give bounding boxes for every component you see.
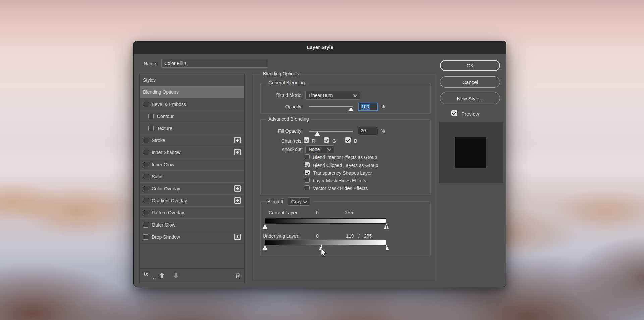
fx-menu-caret-icon: [152, 278, 155, 279]
underlying-layer-label: Underlying Layer:: [263, 233, 300, 239]
opacity-value-field[interactable]: 100: [358, 103, 378, 111]
channel-r-label: R: [312, 138, 315, 144]
add-stroke-instance-button[interactable]: [234, 137, 241, 143]
underlying-layer-separator: /: [358, 233, 360, 239]
channel-g-checkbox[interactable]: [324, 137, 329, 143]
chevron-down-icon: [303, 199, 308, 203]
channel-b-label: B: [354, 138, 357, 144]
move-effect-down-icon[interactable]: [173, 273, 179, 278]
checkbox-icon[interactable]: [143, 174, 148, 179]
checkbox-icon[interactable]: [143, 138, 148, 143]
current-layer-label: Current Layer:: [269, 210, 299, 215]
opacity-label: Opacity:: [261, 104, 303, 109]
fill-opacity-unit: %: [381, 128, 385, 134]
opacity-slider-track[interactable]: [309, 106, 353, 107]
sidebar-item-inner-glow[interactable]: Inner Glow: [140, 158, 244, 171]
chevron-down-icon: [353, 93, 357, 97]
blend-mode-value: Linear Burn: [309, 93, 333, 98]
blend-interior-effects-checkbox[interactable]: [305, 154, 310, 159]
checkbox-icon[interactable]: [143, 210, 148, 215]
checkbox-icon[interactable]: [148, 114, 154, 119]
opacity-slider-thumb[interactable]: [348, 107, 354, 111]
checkbox-icon[interactable]: [143, 234, 148, 240]
add-color-overlay-instance-button[interactable]: [234, 185, 241, 192]
sidebar-item-pattern-overlay[interactable]: Pattern Overlay: [140, 207, 244, 219]
opacity-unit: %: [381, 104, 385, 109]
dialog-titlebar[interactable]: Layer Style: [134, 41, 506, 54]
vector-mask-hides-checkbox[interactable]: [305, 185, 310, 190]
preview-swatch: [455, 137, 486, 168]
add-inner-shadow-instance-button[interactable]: [234, 149, 241, 155]
move-effect-up-icon[interactable]: [159, 273, 165, 278]
blend-if-channel-dropdown[interactable]: Gray: [288, 197, 310, 206]
fill-opacity-slider-thumb[interactable]: [315, 131, 320, 136]
plus-icon: [235, 186, 240, 191]
panel-title: Blending Options: [261, 71, 301, 76]
sidebar-item-color-overlay[interactable]: Color Overlay: [140, 183, 244, 195]
channel-g-label: G: [332, 138, 336, 144]
checkbox-icon[interactable]: [143, 150, 148, 155]
fill-opacity-value-field[interactable]: 20: [358, 127, 378, 135]
blend-if-channel-value: Gray: [291, 199, 301, 204]
style-preview-thumbnail: [439, 122, 503, 183]
sidebar-item-blending-options[interactable]: Blending Options: [140, 86, 244, 98]
fill-opacity-slider-track[interactable]: [309, 131, 353, 132]
preview-label: Preview: [461, 111, 479, 117]
sidebar-item-gradient-overlay[interactable]: Gradient Overlay: [140, 195, 244, 207]
underlying-layer-white-slider-right-half[interactable]: [386, 245, 389, 250]
plus-icon: [235, 198, 240, 203]
sidebar-item-styles[interactable]: Styles: [140, 74, 244, 86]
underlying-layer-gradient-bar[interactable]: [265, 240, 386, 245]
name-label: Name:: [144, 61, 157, 66]
channels-label: Channels:: [261, 138, 303, 144]
knockout-label: Knockout:: [261, 147, 303, 152]
plus-icon: [235, 138, 240, 143]
mouse-cursor-icon: [320, 248, 327, 258]
current-layer-gradient-bar[interactable]: [265, 218, 386, 224]
knockout-value: None: [309, 147, 320, 152]
sidebar-item-contour[interactable]: Contour: [140, 110, 244, 122]
checkbox-icon[interactable]: [143, 222, 148, 228]
sidebar-item-inner-shadow[interactable]: Inner Shadow: [140, 146, 244, 158]
checkbox-icon[interactable]: [143, 162, 148, 167]
current-layer-white-slider[interactable]: [384, 223, 389, 229]
layer-mask-hides-checkbox[interactable]: [305, 178, 310, 183]
cancel-button[interactable]: Cancel: [440, 76, 500, 88]
layer-style-dialog: Layer Style Name: Color Fill 1 Styles Bl…: [133, 41, 506, 287]
sidebar-item-satin[interactable]: Satin: [140, 171, 244, 183]
advanced-blending-title: Advanced Blending: [266, 116, 311, 122]
current-layer-black-slider[interactable]: [263, 223, 267, 229]
sidebar-item-stroke[interactable]: Stroke: [140, 134, 244, 146]
knockout-dropdown[interactable]: None: [305, 145, 334, 153]
delete-effect-icon[interactable]: [235, 272, 241, 280]
chevron-down-icon: [327, 147, 331, 151]
ok-button[interactable]: OK: [440, 60, 500, 71]
channel-b-checkbox[interactable]: [345, 137, 351, 143]
fx-menu-button[interactable]: fx: [144, 271, 148, 278]
opacity-value: 100: [361, 104, 370, 110]
style-name-input[interactable]: Color Fill 1: [161, 59, 268, 68]
blend-clipped-layers-checkbox[interactable]: [305, 162, 310, 167]
blend-interior-effects-label: Blend Interior Effects as Group: [313, 155, 377, 160]
underlying-layer-black-slider[interactable]: [263, 245, 267, 250]
preview-checkbox[interactable]: [451, 110, 457, 116]
blend-mode-label: Blend Mode:: [261, 92, 303, 98]
add-drop-shadow-instance-button[interactable]: [234, 234, 241, 240]
style-name-value: Color Fill 1: [164, 61, 187, 66]
sidebar-item-bevel-emboss[interactable]: Bevel & Emboss: [140, 98, 244, 110]
sidebar-item-outer-glow[interactable]: Outer Glow: [140, 219, 244, 231]
blend-mode-dropdown[interactable]: Linear Burn: [305, 91, 360, 100]
checkbox-icon[interactable]: [143, 102, 148, 107]
vector-mask-hides-label: Vector Mask Hides Effects: [313, 186, 368, 191]
advanced-blending-group: Advanced Blending Fill Opacity: 20 % Cha…: [260, 119, 431, 195]
dialog-title: Layer Style: [307, 44, 333, 50]
new-style-button[interactable]: New Style...: [440, 92, 500, 104]
transparency-shapes-checkbox[interactable]: [305, 170, 310, 175]
add-gradient-overlay-instance-button[interactable]: [234, 197, 241, 204]
checkbox-icon[interactable]: [148, 126, 154, 131]
channel-r-checkbox[interactable]: [304, 137, 309, 143]
sidebar-item-drop-shadow[interactable]: Drop Shadow: [140, 231, 244, 243]
checkbox-icon[interactable]: [143, 186, 148, 191]
sidebar-item-texture[interactable]: Texture: [140, 122, 244, 134]
checkbox-icon[interactable]: [143, 198, 148, 203]
